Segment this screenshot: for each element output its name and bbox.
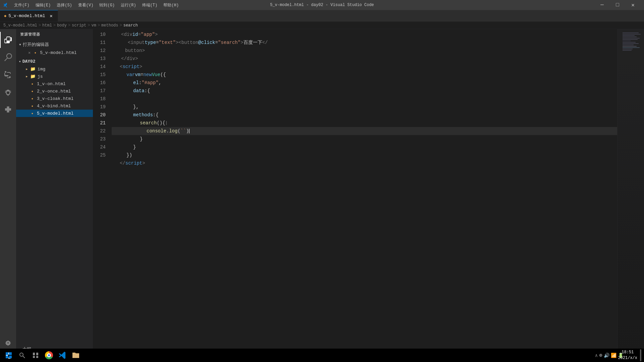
maximize-button[interactable]: □	[610, 0, 625, 10]
time-display: 18:51	[618, 350, 637, 355]
taskbar-left	[3, 349, 82, 361]
vscode-icon	[3, 2, 9, 8]
menu-run[interactable]: 运行(R)	[118, 1, 139, 9]
minimize-button[interactable]: ─	[594, 0, 610, 10]
close-button[interactable]: ✕	[625, 0, 641, 10]
code-line-11: <input type="text"><button @click="searc…	[112, 39, 617, 47]
code-line-10: <div id="app">	[112, 31, 617, 39]
taskbar-vscode[interactable]	[56, 349, 68, 361]
svg-rect-2	[6, 356, 8, 358]
taskbar-taskview[interactable]	[30, 349, 42, 361]
taskbar-search[interactable]	[16, 349, 28, 361]
svg-line-5	[23, 356, 25, 358]
chevron-down-icon: ▾	[19, 42, 21, 47]
show-desktop[interactable]	[640, 349, 641, 361]
activity-debug[interactable]	[0, 84, 16, 100]
folder-js-label: js	[38, 74, 43, 79]
open-editors-section: ▾ 打开的编辑器 ✕ ⬥ 5_v-model.html	[16, 40, 93, 57]
minimap	[617, 29, 644, 354]
svg-rect-6	[33, 353, 35, 355]
date-display: 2021/x/x	[618, 355, 637, 361]
breadcrumb-item-methods[interactable]: methods	[101, 23, 118, 28]
breadcrumb-item-body[interactable]: body	[57, 23, 67, 28]
menu-file[interactable]: 文件(F)	[11, 1, 32, 9]
code-line-12: </div>	[112, 55, 617, 63]
menu-select[interactable]: 选择(S)	[54, 1, 75, 9]
sidebar-item-5-v-model[interactable]: ⬥ 5_v-model.html	[16, 110, 93, 117]
main-layout: 资源管理器 ▾ 打开的编辑器 ✕ ⬥ 5_v-model.html ▾ DAY0…	[0, 29, 644, 354]
system-time[interactable]: 18:51 2021/x/x	[618, 350, 637, 361]
folder-icon: ▸	[25, 66, 28, 72]
svg-rect-9	[36, 356, 38, 358]
code-line-24: })	[112, 151, 617, 159]
breadcrumb-item-vm[interactable]: vm	[91, 23, 96, 28]
taskbar-file-explorer[interactable]	[70, 349, 82, 361]
activity-explorer[interactable]	[0, 32, 16, 48]
tab-bar: ◆ 5_v-model.html ✕	[0, 10, 644, 22]
breadcrumb-item-script[interactable]: script	[72, 23, 86, 28]
menu-goto[interactable]: 转到(G)	[97, 1, 117, 9]
tab-close-button[interactable]: ✕	[48, 13, 54, 19]
menu-help[interactable]: 帮助(H)	[161, 1, 181, 9]
file-v-once-label: 2_v-once.html	[37, 89, 71, 94]
line-numbers: 10 11 12 13 14 15 16 17 18 19 20 21 22 2…	[93, 29, 112, 354]
sidebar-item-js[interactable]: ▸ 📁 js	[16, 73, 93, 80]
sidebar-item-3-v-cloak[interactable]: ⬥ 3_v-cloak.html	[16, 95, 93, 102]
breadcrumb-item-file[interactable]: 5_v-model.html	[3, 23, 37, 28]
editor-area[interactable]: 10 11 12 13 14 15 16 17 18 19 20 21 22 2…	[93, 29, 644, 354]
day02-header[interactable]: ▾ DAY02	[16, 58, 93, 65]
menu-view[interactable]: 查看(V)	[75, 1, 96, 9]
breadcrumb-item-html[interactable]: html	[42, 23, 52, 28]
file-v-on-label: 1_v-on.html	[37, 81, 66, 86]
svg-rect-7	[36, 353, 38, 355]
code-line-22: }	[112, 135, 617, 143]
sidebar-item-4-v-bind[interactable]: ⬥ 4_v-bind.html	[16, 102, 93, 110]
svg-point-4	[20, 353, 23, 356]
svg-rect-8	[33, 356, 35, 358]
sidebar-header: 资源管理器	[16, 29, 93, 40]
svg-rect-0	[6, 352, 8, 355]
tray-icons[interactable]: ∧ ⊕ 🔊 📶 🔋	[603, 349, 615, 361]
code-line-15: el:"#app",	[112, 79, 617, 87]
menu-edit[interactable]: 编辑(E)	[33, 1, 54, 9]
title-bar-left: 文件(F) 编辑(E) 选择(S) 查看(V) 转到(G) 运行(R) 终端(T…	[3, 1, 181, 9]
file-v-bind-label: 4_v-bind.html	[37, 104, 71, 109]
file-icon: ⬥	[33, 50, 38, 55]
close-icon[interactable]: ✕	[28, 50, 31, 55]
start-button[interactable]	[3, 349, 15, 361]
open-editors-header[interactable]: ▾ 打开的编辑器	[16, 40, 93, 49]
file-v-cloak-label: 3_v-cloak.html	[37, 96, 73, 101]
code-content[interactable]: <div id="app"> <input type="text"><butto…	[112, 29, 617, 354]
sidebar-item-1-v-on[interactable]: ⬥ 1_v-on.html	[16, 80, 93, 87]
title-bar: 文件(F) 编辑(E) 选择(S) 查看(V) 转到(G) 运行(R) 终端(T…	[0, 0, 644, 10]
folder-img-icon: 📁	[30, 66, 36, 72]
activity-source-control[interactable]	[0, 67, 16, 83]
file-v-once-icon: ⬥	[30, 88, 35, 94]
window-title: 5_v-model.html - day02 - Visual Studio C…	[270, 3, 374, 7]
activity-extensions[interactable]	[0, 102, 16, 118]
taskbar: ∧ ⊕ 🔊 📶 🔋 18:51 2021/x/x	[0, 349, 644, 362]
taskbar-chrome[interactable]	[43, 349, 55, 361]
code-line-11b: button>	[112, 47, 617, 55]
open-file-5-v-model[interactable]: ✕ ⬥ 5_v-model.html	[16, 49, 93, 56]
menu-terminal[interactable]: 终端(T)	[140, 1, 160, 9]
code-line-16: data:{	[112, 87, 617, 95]
tab-label: 5_v-model.html	[8, 13, 45, 18]
code-line-19: methods:{	[112, 111, 617, 119]
file-v-on-icon: ⬥	[30, 81, 35, 86]
file-v-cloak-icon: ⬥	[30, 96, 35, 101]
tab-file-icon: ◆	[4, 13, 6, 18]
code-line-13: <script>	[112, 63, 617, 71]
menu-bar: 文件(F) 编辑(E) 选择(S) 查看(V) 转到(G) 运行(R) 终端(T…	[11, 1, 181, 9]
tab-5-v-model[interactable]: ◆ 5_v-model.html ✕	[0, 10, 58, 21]
activity-search[interactable]	[0, 49, 16, 65]
svg-rect-1	[9, 352, 12, 355]
sidebar-item-img[interactable]: ▸ 📁 img	[16, 65, 93, 73]
day02-label: DAY02	[22, 59, 36, 64]
svg-rect-3	[9, 356, 12, 358]
code-line-18: },	[112, 103, 617, 111]
breadcrumb-item-search[interactable]: search	[123, 23, 138, 28]
code-line-14: var vm=new Vue({	[112, 71, 617, 79]
sidebar-item-2-v-once[interactable]: ⬥ 2_v-once.html	[16, 87, 93, 95]
open-editors-label: 打开的编辑器	[23, 42, 49, 48]
